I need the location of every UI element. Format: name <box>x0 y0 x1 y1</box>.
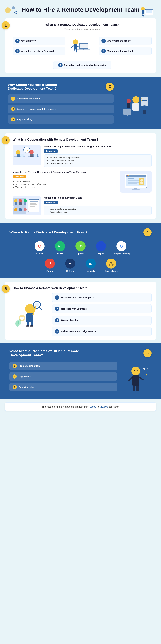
svg-point-110 <box>134 370 135 371</box>
fiverr-icon: fiverr <box>55 241 65 251</box>
svg-rect-44 <box>30 154 33 157</box>
model-2-feature-2: Need to control team performance <box>15 183 117 185</box>
svg-point-22 <box>132 96 139 103</box>
section-1-wrapper: 1 What Is a Remote Dedicated Development… <box>0 18 161 73</box>
svg-point-53 <box>127 176 128 176</box>
footer-text-2: to <box>96 405 100 408</box>
section-5-inner: 1 Determine your business goals 2 Negoti… <box>13 293 151 336</box>
problem-2: 2 Legal risks <box>10 372 117 381</box>
section-2: Why Should You Hire a Remote Dedicated D… <box>0 77 161 129</box>
step-num-3: 3 <box>55 318 59 322</box>
platform-iforum: iF iForum <box>41 258 58 272</box>
model-3-content: Model 3. Hiring on a Project Basis Featu… <box>44 196 151 215</box>
model-1-title: Model 1. Hiring a Dedicated Team for Lon… <box>44 145 151 148</box>
svg-rect-89 <box>27 322 29 326</box>
svg-rect-68 <box>15 202 17 206</box>
s2-num-1: 1 <box>11 97 15 101</box>
step-1: 1 Determine your business goals <box>52 293 151 302</box>
svg-rect-41 <box>21 154 24 156</box>
section-1-grid: 1 Work remotely 2 Are not on the startup… <box>10 34 151 58</box>
platform-linkedin: in LinkedIn <box>82 258 99 272</box>
model-1-feature-3: Lack of time and resources <box>49 162 149 165</box>
upwork-icon: Up <box>75 241 86 251</box>
model-3-feature-2: Requires lower costs <box>49 211 149 213</box>
section-2-illustration <box>120 87 151 119</box>
svg-rect-63 <box>140 183 143 184</box>
svg-point-98 <box>20 316 24 320</box>
feature-loyal: 3 Are loyal to the project <box>99 36 151 45</box>
section-6-title: What Are the Problems of Hiring a Remote… <box>10 349 88 357</box>
model-2-svg <box>120 171 151 192</box>
svg-point-28 <box>141 98 142 99</box>
footer-text-3: per month <box>108 405 119 408</box>
svg-line-85 <box>109 264 111 264</box>
problem-1: 1 Project completion <box>10 362 117 370</box>
section-6-header: What Are the Problems of Hiring a Remote… <box>10 349 151 357</box>
platforms-row-1: C Clutch fiverr Fiverr Up Upwork T Topta… <box>10 241 151 255</box>
model-3-image <box>13 196 41 215</box>
section-6-wrapper: What Are the Problems of Hiring a Remote… <box>0 344 161 398</box>
feature-num-2: 2 <box>15 49 20 53</box>
svg-rect-78 <box>30 201 38 202</box>
itarena-icon: IT <box>65 258 75 268</box>
step-4: 4 Make a contract and sign an NDA <box>52 327 151 336</box>
svg-line-17 <box>74 49 74 52</box>
platform-upwork: Up Upwork <box>72 241 89 255</box>
section-1-badge: 1 <box>2 21 10 30</box>
linkedin-label: LinkedIn <box>87 270 95 272</box>
section-4-title: Where to Find a Dedicated Development Te… <box>10 230 88 234</box>
svg-rect-72 <box>24 202 26 206</box>
svg-point-71 <box>24 199 27 202</box>
svg-rect-91 <box>26 326 29 327</box>
model-1-features-box: Plan to work on a long-term basis Need a… <box>44 154 151 167</box>
model-2-features-list: Lack of hiring time Need to control team… <box>13 180 117 188</box>
svg-rect-14 <box>73 44 77 49</box>
iforum-icon: iF <box>45 258 55 268</box>
svg-point-30 <box>141 102 142 102</box>
section-6-badge: 6 <box>143 349 151 357</box>
section-6-content: 1 Project completion 2 Legal risks 3 Sec… <box>10 362 151 393</box>
step-num-2: 2 <box>55 307 59 311</box>
problems-svg: ? ? ? <box>123 362 151 393</box>
yournetwork-icon <box>106 258 116 268</box>
model-3-feature-1: Need short-term collaboration <box>49 208 149 210</box>
step-3: 3 Write a short list <box>52 316 151 325</box>
svg-point-82 <box>110 261 112 264</box>
svg-rect-58 <box>128 182 139 182</box>
platform-fiverr: fiverr Fiverr <box>51 241 69 255</box>
header: How to Hire a Remote Development Team <box>0 0 161 18</box>
network-svg <box>108 261 114 266</box>
google-label: Google searching <box>113 252 130 255</box>
feature-contract: 4 Work under the contract <box>99 47 151 55</box>
svg-point-13 <box>73 40 78 44</box>
svg-rect-64 <box>134 188 137 189</box>
svg-text:?: ? <box>146 368 148 371</box>
header-deco-right <box>136 2 155 20</box>
feature-not-payroll: 2 Are not on the startup's payroll <box>13 47 65 55</box>
model-2-features-badge: Features: <box>13 175 26 178</box>
section-2-item-3: 3 Rapid scaling <box>8 115 114 124</box>
footer-price-low: $6000 <box>90 405 96 408</box>
toptal-icon: T <box>96 241 106 251</box>
svg-point-61 <box>140 179 143 182</box>
section-5-illustration <box>13 293 47 328</box>
platform-itarena: IT IT Arena <box>62 258 79 272</box>
section-3-badge: 3 <box>2 136 10 144</box>
problem-num-2: 2 <box>13 374 17 378</box>
section-3: 3 What Is a Cooperation with Remote Deve… <box>5 133 156 219</box>
platform-google: G Google searching <box>113 241 130 255</box>
s2-num-2: 2 <box>11 107 15 111</box>
section-1-subtitle: These are software developers who: <box>13 28 151 30</box>
model-1-feature-2: Need a complex TechStack <box>49 160 149 162</box>
iforum-label: iForum <box>46 270 53 272</box>
section-2-list: 1 Economic efficiency 2 Access to profes… <box>8 94 114 124</box>
section-1: 1 What Is a Remote Dedicated Development… <box>5 18 156 73</box>
section-5-wrapper: 5 How to Choose a Remote Web Development… <box>0 282 161 340</box>
platform-yournetwork: Your network <box>103 258 120 272</box>
svg-rect-56 <box>128 178 134 180</box>
svg-rect-62 <box>140 182 143 183</box>
svg-rect-59 <box>128 184 137 184</box>
svg-point-1 <box>12 6 15 10</box>
section-2-header: Why Should You Hire a Remote Dedicated D… <box>8 82 114 91</box>
svg-rect-103 <box>133 386 135 391</box>
